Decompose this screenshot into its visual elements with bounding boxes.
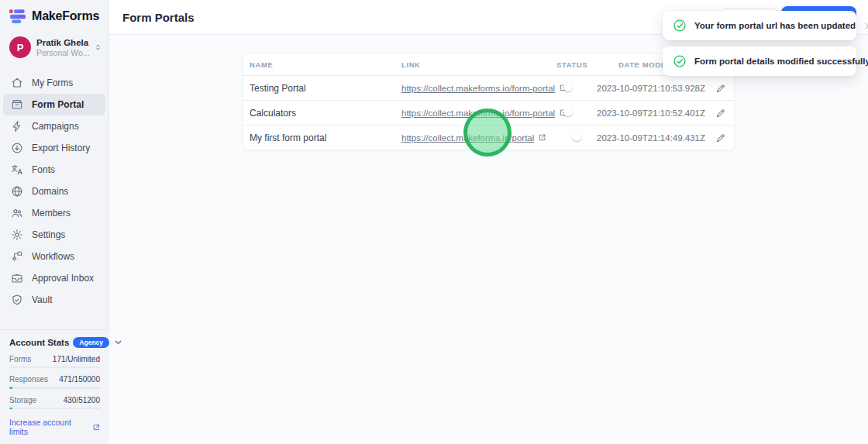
toast-details-modified: Form portal details modified successfull… [663,46,856,76]
account-stats-panel: Account Stats Agency Forms 171/Unlimited… [0,329,109,444]
date-modified: 2023-10-09T21:10:53.928Z [597,84,712,93]
sidebar-item-label: Members [32,208,71,219]
progress-bar [9,367,100,369]
plan-badge: Agency [73,337,109,348]
chevron-up-down-icon [94,42,102,53]
check-circle-icon [673,19,687,33]
table-header-row: NAME LINK STATUS DATE MODIFIED [243,53,734,75]
table-row: My first form portal https://collect.mak… [243,125,734,150]
workspace-name: Personal Wo... [36,48,88,57]
check-circle-icon [673,54,687,68]
sidebar-item-label: Form Portal [32,99,84,110]
table-row: Testing Portal https://collect.makeforms… [243,75,734,100]
portal-link[interactable]: https://collect.makeforms.io/form-portal [401,84,555,93]
edit-portal-button[interactable] [712,105,729,122]
workflow-icon [11,250,23,263]
portal-name: Testing Portal [243,83,401,94]
archive-box-icon [11,98,23,111]
column-header-name: NAME [243,60,401,69]
sidebar-item-label: My Forms [32,77,73,88]
progress-bar [9,408,100,410]
download-circle-icon [11,142,23,154]
sidebar-item-label: Export History [32,143,90,153]
stat-value: 471/150000 [59,375,100,384]
external-link-icon[interactable] [538,133,546,142]
stat-storage: Storage 430/51200 [9,396,100,410]
sidebar-item-fonts[interactable]: Fonts [3,159,105,181]
column-header-link: LINK [401,60,556,69]
stat-value: 171/Unlimited [53,355,100,363]
portal-link[interactable]: https://collect.makeforms.io/portal [401,133,534,143]
increase-account-limits-link[interactable]: Increase account limits [9,418,100,436]
stat-label: Forms [9,355,31,363]
progress-bar [9,387,100,389]
pencil-icon [715,108,726,119]
close-icon[interactable] [863,21,868,31]
sidebar-item-workflows[interactable]: Workflows [3,246,105,267]
sidebar-item-label: Vault [32,294,52,305]
inbox-icon [11,272,23,284]
users-icon [11,207,23,219]
sidebar-item-label: Domains [32,186,68,197]
sidebar-item-label: Fonts [32,164,55,175]
sidebar-item-label: Workflows [32,251,74,262]
stat-label: Responses [9,375,48,384]
table-row: Calculators https://collect.makeforms.io… [243,100,734,125]
account-stats-title: Account Stats [9,338,69,347]
sidebar-item-export-history[interactable]: Export History [3,137,105,159]
portal-name: Calculators [243,108,401,119]
pencil-icon [715,83,726,94]
stat-value: 430/51200 [64,396,100,404]
chevron-down-icon[interactable] [113,337,123,347]
page-title: Form Portals [122,11,195,24]
stat-responses: Responses 471/150000 [9,375,100,389]
sidebar-item-form-portal[interactable]: Form Portal [3,94,105,115]
column-header-status: STATUS [556,60,597,69]
lightning-icon [11,120,23,133]
sidebar-item-label: Campaigns [32,121,79,132]
edit-portal-button[interactable] [712,129,729,146]
sidebar-item-my-forms[interactable]: My Forms [3,72,105,94]
toast-url-updated: Your form portal url has been updated [663,11,856,40]
portal-link[interactable]: https://collect.makeforms.io/form-portal [401,108,555,118]
makeforms-logo-icon [9,9,26,24]
increase-limits-label: Increase account limits [9,418,88,436]
pencil-icon [715,133,726,143]
shield-check-icon [11,294,23,306]
app-name: MakeForms [32,9,99,23]
stat-forms: Forms 171/Unlimited [9,355,100,369]
language-icon [11,163,23,176]
home-icon [11,77,23,89]
portals-table: NAME LINK STATUS DATE MODIFIED Testing P… [243,53,735,150]
sidebar-item-settings[interactable]: Settings [3,224,105,246]
portal-name: My first form portal [243,133,401,143]
date-modified: 2023-10-09T21:14:49.431Z [597,133,712,143]
profile-name: Pratik Ghela [36,38,88,47]
sidebar: MakeForms P Pratik Ghela Personal Wo... … [0,0,109,444]
stat-label: Storage [9,396,36,404]
sidebar-nav: My Forms Form Portal Campaigns Export Hi… [0,72,108,311]
sidebar-item-approval-inbox[interactable]: Approval Inbox [3,267,105,289]
sidebar-item-label: Settings [32,229,65,240]
date-modified: 2023-10-09T21:10:52.401Z [597,108,712,118]
external-link-icon [92,423,100,432]
toast-stack: Your form portal url has been updated Fo… [663,11,856,82]
toast-message: Your form portal url has been updated [694,21,856,30]
sidebar-item-members[interactable]: Members [3,202,105,224]
sidebar-item-vault[interactable]: Vault [3,289,105,311]
sidebar-item-campaigns[interactable]: Campaigns [3,115,105,137]
toast-message: Form portal details modified successfull… [694,57,868,66]
gear-icon [11,229,23,241]
sidebar-item-label: Approval Inbox [32,273,94,284]
avatar: P [9,36,31,58]
logo[interactable]: MakeForms [0,0,108,24]
sidebar-item-domains[interactable]: Domains [3,181,105,202]
globe-icon [11,185,23,198]
workspace-switcher[interactable]: P Pratik Ghela Personal Wo... [0,24,108,58]
